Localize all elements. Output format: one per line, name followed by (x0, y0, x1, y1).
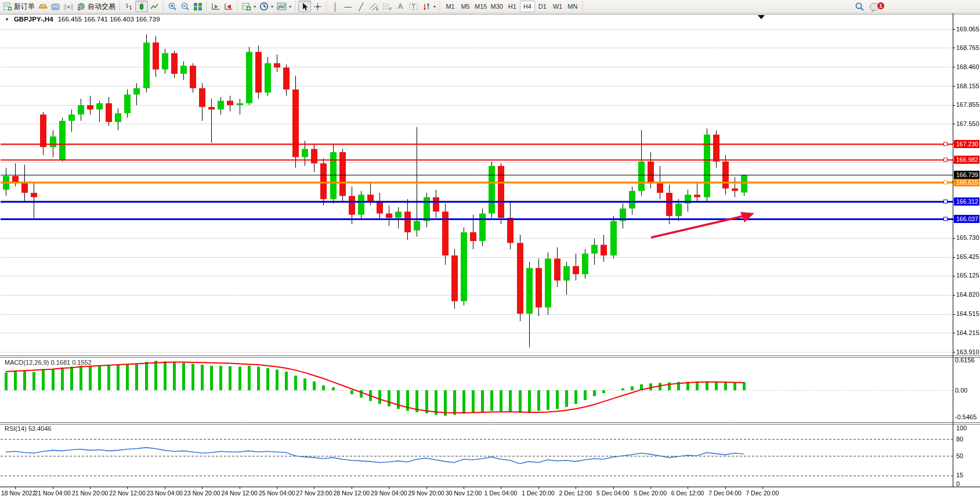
gold-button[interactable] (37, 1, 49, 12)
chart-shift-icon (224, 2, 233, 11)
signal-icon (64, 2, 73, 11)
dropdown-arrow-icon: ▾ (271, 4, 273, 9)
svg-text:T: T (412, 3, 415, 10)
clock-icon (259, 2, 269, 11)
toolbar-separator (205, 1, 208, 12)
trendline-button[interactable]: ╱ (355, 1, 367, 12)
zoom-in-button[interactable] (166, 1, 179, 12)
toolbar-right-icons: 1 (855, 0, 881, 13)
zoom-out-button[interactable] (179, 1, 191, 12)
text-label-button[interactable]: T (407, 1, 420, 12)
auto-scroll-icon (211, 2, 220, 11)
tile-windows-icon (193, 2, 202, 11)
new-order-button[interactable]: 新订单 (2, 1, 37, 12)
cursor-button[interactable] (298, 1, 311, 12)
toolbar-separator (581, 1, 584, 12)
dropdown-arrow-icon: ▾ (433, 4, 436, 9)
timeframe-m15-button[interactable]: M15 (473, 1, 489, 12)
toolbar-separator (162, 1, 165, 12)
new-order-icon (3, 2, 12, 11)
trendline-icon: ╱ (359, 2, 363, 11)
toolbar-separator (118, 1, 121, 12)
horizontal-line-button[interactable]: — (342, 1, 355, 12)
timeframe-h4-button[interactable]: H4 (520, 1, 535, 12)
template-icon (277, 2, 287, 10)
channel-icon: E (369, 2, 379, 11)
toolbar-separator (439, 1, 442, 12)
equidistant-channel-button[interactable]: E (367, 1, 381, 12)
signals-button[interactable] (62, 1, 75, 12)
tile-windows-button[interactable] (191, 1, 204, 12)
auto-trading-button[interactable]: 自动交易 (75, 1, 117, 12)
text-icon: A (398, 2, 403, 10)
toolbar-separator (325, 1, 328, 12)
text-label-icon: T (408, 2, 418, 11)
timeframe-m30-button[interactable]: M30 (489, 1, 504, 12)
fibonacci-button[interactable]: F (381, 1, 394, 12)
bar-chart-button[interactable] (122, 1, 135, 12)
fibonacci-icon: F (382, 2, 392, 11)
arrows-tool-icon (422, 2, 431, 11)
terminal-button[interactable] (49, 1, 62, 12)
mt4-window: 新订单 自动交易 (0, 0, 980, 500)
candlestick-chart-icon (138, 2, 146, 11)
toolbar: 新订单 自动交易 (0, 0, 980, 13)
text-button[interactable]: A (394, 1, 407, 12)
arrows-tool-button[interactable]: ▾ (420, 1, 437, 12)
zoom-out-icon (180, 2, 190, 11)
crosshair-button[interactable] (311, 1, 324, 12)
terminal-icon (51, 2, 60, 11)
chart-canvas[interactable] (0, 13, 980, 500)
timeframe-mn-button[interactable]: MN (565, 1, 580, 12)
vertical-line-icon: │ (333, 2, 338, 11)
svg-text:F: F (389, 7, 392, 11)
gold-ingot-icon (38, 2, 48, 10)
new-order-label: 新订单 (14, 2, 35, 12)
line-chart-button[interactable] (148, 1, 161, 12)
zoom-in-icon (168, 2, 177, 11)
auto-trading-label: 自动交易 (88, 2, 115, 12)
dropdown-arrow-icon: ▾ (289, 4, 291, 9)
chart-area: ▼ GBPJPY-,H4 166.455 166.741 166.403 166… (0, 13, 980, 500)
notification-badge: 1 (877, 2, 884, 9)
timeframe-d1-button[interactable]: D1 (535, 1, 550, 12)
add-indicator-icon (242, 2, 251, 11)
horizontal-line-icon: — (345, 2, 352, 11)
candlestick-chart-button[interactable] (135, 1, 148, 12)
timeframe-m5-button[interactable]: M5 (458, 1, 473, 12)
templates-button[interactable]: ▾ (275, 1, 293, 12)
bar-chart-icon (125, 2, 133, 11)
svg-text:E: E (376, 7, 379, 11)
notifications-icon[interactable]: 1 (869, 2, 881, 12)
periods-button[interactable]: ▾ (258, 1, 275, 12)
timeframe-m1-button[interactable]: M1 (443, 1, 458, 12)
dropdown-arrow-icon: ▾ (254, 4, 256, 9)
toolbar-separator (236, 1, 239, 12)
indicators-button[interactable]: ▾ (240, 1, 258, 12)
chart-shift-button[interactable] (222, 1, 235, 12)
crosshair-icon (313, 2, 322, 11)
timeframe-w1-button[interactable]: W1 (550, 1, 565, 12)
cursor-icon (301, 2, 309, 11)
auto-scroll-button[interactable] (209, 1, 222, 12)
toolbar-separator (294, 1, 297, 12)
timeframe-h1-button[interactable]: H1 (505, 1, 520, 12)
vertical-line-button[interactable]: │ (329, 1, 342, 12)
search-icon[interactable] (855, 2, 865, 12)
auto-trading-icon (77, 2, 86, 11)
line-chart-icon (150, 2, 159, 11)
